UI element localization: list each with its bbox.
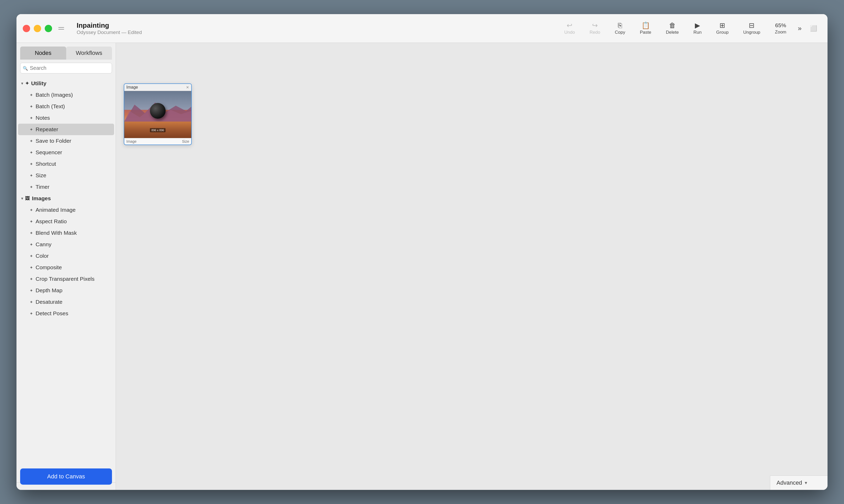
node-icon: ✦ — [30, 242, 33, 247]
copy-label: Copy — [615, 30, 625, 35]
group-button[interactable]: ⊞ Group — [709, 20, 736, 37]
sidebar-item-size[interactable]: ✦ Size — [18, 170, 114, 181]
sidebar-bottom: Add to Canvas — [16, 482, 116, 490]
paste-button[interactable]: 📋 Paste — [633, 20, 658, 37]
sidebar-item-notes[interactable]: ✦ Notes — [18, 112, 114, 124]
ungroup-button[interactable]: ⊟ Ungroup — [736, 20, 768, 37]
node-icon: ✦ — [30, 219, 33, 224]
sidebar-item-blend-with-mask[interactable]: ✦ Blend With Mask — [18, 227, 114, 239]
node-icon: ✦ — [30, 231, 33, 236]
zoom-label: Zoom — [775, 30, 786, 35]
node-icon: ✦ — [30, 104, 33, 109]
node-card-title: Image — [126, 85, 138, 90]
zoom-control[interactable]: 65% Zoom — [768, 20, 793, 37]
group-icon: ⊞ — [720, 22, 725, 29]
sidebar-item-batch-text[interactable]: ✦ Batch (Text) — [18, 101, 114, 112]
minimize-button[interactable] — [34, 25, 41, 32]
sidebar-item-shortcut[interactable]: ✦ Shortcut — [18, 158, 114, 170]
item-label: Timer — [36, 184, 49, 190]
chevron-down-icon: ▾ — [21, 81, 23, 86]
item-label: Save to Folder — [36, 138, 71, 144]
item-label: Depth Map — [36, 287, 63, 293]
sidebar-item-detect-poses[interactable]: ✦ Detect Poses — [18, 308, 114, 319]
sidebar-item-color[interactable]: ✦ Color — [18, 250, 114, 262]
node-footer-left: Image — [126, 139, 137, 144]
chevron-down-icon: ▾ — [21, 196, 23, 200]
item-label: Color — [36, 253, 49, 259]
node-card-header: Image ✕ — [124, 84, 191, 91]
search-input[interactable] — [20, 63, 112, 73]
item-label: Composite — [36, 264, 62, 271]
sidebar-item-crop-transparent[interactable]: ✦ Crop Transparent Pixels — [18, 273, 114, 285]
item-label: Detect Poses — [36, 310, 68, 317]
more-button[interactable]: » — [794, 22, 806, 35]
tab-nodes[interactable]: Nodes — [20, 47, 66, 59]
item-label: Sequencer — [36, 149, 62, 156]
section-header-utility[interactable]: ▾ ✦ Utility — [16, 78, 116, 89]
copy-button[interactable]: ⎘ Copy — [607, 20, 633, 37]
node-card-footer: Image Size — [124, 138, 191, 145]
sidebar-item-desaturate[interactable]: ✦ Desaturate — [18, 296, 114, 308]
undo-button[interactable]: ↩ Undo — [557, 20, 582, 37]
redo-button[interactable]: ↪ Redo — [582, 20, 607, 37]
node-icon: ✦ — [30, 150, 33, 155]
document-title: Inpainting — [77, 21, 142, 30]
sidebar-tabs: Nodes Workflows — [16, 43, 116, 59]
sidebar-item-repeater[interactable]: ✦ Repeater — [18, 124, 114, 135]
advanced-label: Advanced — [776, 480, 802, 486]
section-label-utility: Utility — [31, 80, 46, 87]
traffic-lights — [23, 25, 52, 32]
inspector-toggle-button[interactable]: ⬜ — [806, 23, 821, 34]
node-icon: ✦ — [30, 139, 33, 144]
image-node-card[interactable]: Image ✕ — [124, 84, 192, 145]
document-subtitle: Odyssey Document — Edited — [77, 30, 142, 35]
close-button[interactable] — [23, 25, 30, 32]
sidebar-toggle-button[interactable] — [58, 25, 69, 32]
image-sphere — [150, 103, 166, 119]
sidebar-item-depth-map[interactable]: ✦ Depth Map — [18, 285, 114, 296]
node-icon: ✦ — [30, 208, 33, 213]
sidebar-search — [16, 59, 116, 77]
node-icon: ✦ — [30, 184, 33, 190]
main-window: Inpainting Odyssey Document — Edited ↩ U… — [16, 14, 828, 490]
node-size-label: 896 x 896 — [150, 128, 166, 132]
titlebar: Inpainting Odyssey Document — Edited ↩ U… — [16, 14, 828, 43]
toolbar-actions: ↩ Undo ↪ Redo ⎘ Copy 📋 Paste 🗑 Delete ▶ — [557, 20, 821, 37]
sidebar-item-animated-image[interactable]: ✦ Animated Image — [18, 204, 114, 216]
item-label: Aspect Ratio — [36, 218, 67, 224]
sidebar-item-composite[interactable]: ✦ Composite — [18, 262, 114, 273]
ungroup-icon: ⊟ — [749, 22, 755, 29]
delete-button[interactable]: 🗑 Delete — [658, 20, 686, 37]
node-icon: ✦ — [30, 162, 33, 166]
node-close-button[interactable]: ✕ — [186, 85, 189, 89]
node-icon: ✦ — [30, 288, 33, 293]
item-label: Batch (Text) — [36, 103, 65, 110]
document-info: Inpainting Odyssey Document — Edited — [77, 21, 142, 35]
sidebar-item-batch-images[interactable]: ✦ Batch (Images) — [18, 89, 114, 101]
sidebar-item-timer[interactable]: ✦ Timer — [18, 181, 114, 193]
sidebar-item-aspect-ratio[interactable]: ✦ Aspect Ratio — [18, 216, 114, 227]
advanced-panel[interactable]: Advanced ▾ — [770, 475, 828, 490]
utility-icon: ✦ — [25, 80, 29, 86]
node-icon: ✦ — [30, 265, 33, 270]
run-button[interactable]: ▶ Run — [686, 20, 709, 37]
section-header-images[interactable]: ▾ 🖼 Images — [16, 193, 116, 204]
item-label: Repeater — [36, 126, 58, 132]
paste-icon: 📋 — [641, 22, 650, 29]
undo-icon: ↩ — [567, 22, 572, 29]
node-icon: ✦ — [30, 173, 33, 178]
sidebar-item-save-to-folder[interactable]: ✦ Save to Folder — [18, 135, 114, 147]
node-icon: ✦ — [30, 276, 33, 282]
node-image-preview: 896 x 896 — [124, 91, 191, 138]
item-label: Crop Transparent Pixels — [36, 276, 94, 282]
tab-workflows[interactable]: Workflows — [66, 47, 112, 59]
node-icon: ✦ — [30, 92, 33, 97]
add-to-canvas-button[interactable]: Add to Canvas — [20, 468, 112, 485]
item-label: Animated Image — [36, 207, 75, 213]
fullscreen-button[interactable] — [45, 25, 52, 32]
redo-icon: ↪ — [592, 22, 598, 29]
sidebar-item-sequencer[interactable]: ✦ Sequencer — [18, 147, 114, 158]
item-label: Notes — [36, 115, 50, 121]
sidebar-item-canny[interactable]: ✦ Canny — [18, 239, 114, 250]
canvas-area[interactable]: Image ✕ — [116, 43, 828, 490]
